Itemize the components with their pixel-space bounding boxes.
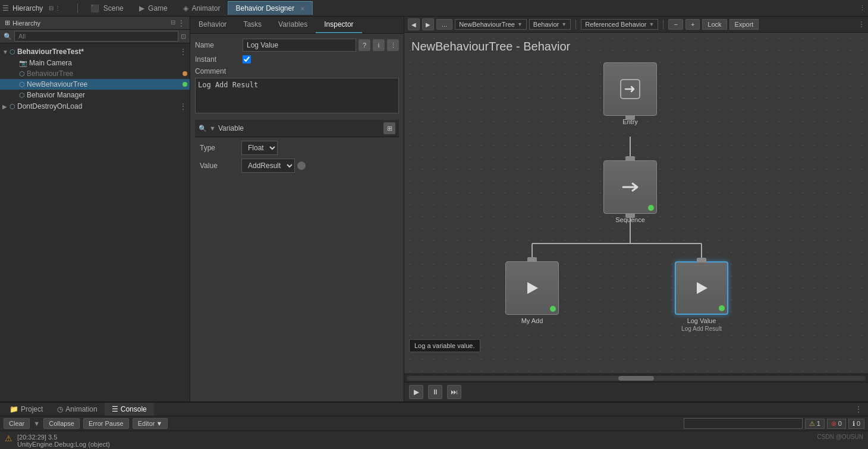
hierarchy-filter-icon[interactable]: ⊡ [181, 33, 186, 40]
instant-checkbox[interactable] [243, 55, 251, 64]
node-log-value[interactable]: Log Value Log Add Result [675, 261, 728, 332]
node-sequence-box[interactable] [603, 160, 657, 214]
bd-plus-btn[interactable]: + [685, 19, 700, 30]
hierarchy-lock-icon: ⊟ [49, 5, 54, 11]
node-entry-box[interactable] [603, 62, 657, 116]
bt-root-arrow: ▼ [2, 49, 10, 55]
name-menu-btn[interactable]: ⋮ [387, 39, 399, 51]
bm-icon: ⬡ [19, 91, 25, 99]
main-layout: ⊞ Hierarchy ⊟ ⋮ 🔍 ⊡ ▼ ⬡ BehaviourTreeTes… [0, 17, 868, 401]
node-entry[interactable]: Entry [603, 62, 657, 125]
console-log-sub: UnityEngine.Debug:Log (object) [17, 441, 110, 448]
var-type-select[interactable]: Float [241, 141, 278, 155]
game-icon: ▶ [139, 4, 144, 12]
badge-info: ℹ 0 [848, 419, 864, 429]
step-btn[interactable]: ⏭ [447, 385, 461, 399]
sequence-icon [619, 176, 641, 198]
error-pause-btn[interactable]: Error Pause [83, 418, 129, 429]
console-log-entry: [20:32:29] 3.5 UnityEngine.Debug:Log (ob… [17, 434, 110, 448]
tab-animator[interactable]: ◈ Animator [175, 1, 228, 15]
warn-count: 1 [817, 420, 820, 427]
node-my-add-box[interactable] [505, 261, 559, 315]
bt-root-dots[interactable]: ⋮ [179, 47, 187, 56]
play-btn[interactable]: ▶ [409, 385, 423, 399]
dd-dots[interactable]: ⋮ [179, 102, 187, 111]
hierarchy-panel: ⊞ Hierarchy ⊟ ⋮ 🔍 ⊡ ▼ ⬡ BehaviourTreeTes… [0, 17, 190, 401]
var-add-btn[interactable]: ⊞ [383, 122, 395, 134]
editor-btn[interactable]: Editor ▼ [133, 418, 168, 429]
bd-more-btn[interactable]: ... [436, 19, 452, 30]
bd-ref-behavior-dropdown[interactable]: Referenced Behavior ▼ [581, 19, 658, 30]
error-count: 0 [838, 420, 842, 427]
bd-toolbar: ◀ ▶ ... NewBehaviourTree ▼ Behavior ▼ Re… [404, 17, 868, 33]
hierarchy-lock-btn[interactable]: ⊟ [171, 19, 175, 27]
log-value-sublabel: Log Add Result [681, 325, 722, 332]
bd-lock-btn[interactable]: Lock [702, 19, 727, 30]
tab-game[interactable]: ▶ Game [131, 1, 175, 15]
bd-nav-right[interactable]: ▶ [422, 18, 434, 30]
clear-arrow-btn[interactable]: ▼ [33, 420, 40, 427]
dd-icon: ⬡ [10, 103, 15, 110]
console-search-input[interactable] [684, 418, 803, 429]
tab-behavior-designer[interactable]: Behavior Designer ✕ [228, 1, 312, 15]
hierarchy-icon: ☰ [2, 4, 9, 12]
tab-behavior[interactable]: Behavior [190, 17, 235, 33]
canvas-status-text: Log a variable value. [409, 339, 480, 352]
name-input[interactable] [243, 39, 356, 52]
info-count: 0 [857, 420, 860, 427]
bottom-tab-animation[interactable]: ◷ Animation [50, 403, 104, 416]
node-sequence[interactable]: Sequence [603, 160, 657, 223]
bottom-panel-dots[interactable]: ⋮ [855, 405, 862, 413]
name-question-btn[interactable]: ? [358, 39, 370, 51]
bd-nav-left[interactable]: ◀ [408, 18, 420, 30]
dd-arrow: ▶ [2, 103, 10, 110]
more-tabs-icon[interactable]: ⋮ [859, 4, 866, 12]
hierarchy-grid-icon: ⊞ [5, 19, 10, 27]
bd-minus-btn[interactable]: − [668, 19, 683, 30]
pause-btn[interactable]: ⏸ [428, 385, 442, 399]
name-info-btn[interactable]: i [373, 39, 385, 51]
animation-icon: ◷ [57, 405, 63, 413]
bd-tree-dropdown[interactable]: NewBehaviourTree ▼ [455, 19, 527, 30]
var-value-select[interactable]: AddResult [241, 159, 295, 173]
hierarchy-header: ⊞ Hierarchy ⊟ ⋮ [0, 17, 190, 30]
hierarchy-search-input[interactable] [14, 31, 178, 42]
badge-error: ⊗ 0 [827, 419, 846, 429]
hier-item-new-behaviour-tree[interactable]: ▶ ⬡ NewBehaviourTree [0, 79, 190, 90]
hier-item-behavior-manager[interactable]: ▶ ⬡ Behavior Manager [0, 90, 190, 100]
hierarchy-dots-btn[interactable]: ⋮ [178, 19, 185, 27]
tab-scene[interactable]: ⬛ Scene [83, 1, 131, 15]
bd-behavior-dropdown[interactable]: Behavior ▼ [529, 19, 571, 30]
console-warn-icon: ⚠ [5, 434, 12, 443]
scrollbar-thumb[interactable] [618, 376, 654, 381]
tab-tasks[interactable]: Tasks [235, 17, 270, 33]
my-add-top-connector [527, 257, 537, 262]
scene-icon: ⬛ [90, 4, 99, 12]
tab-variables[interactable]: Variables [270, 17, 316, 33]
console-log-main: [20:32:29] 3.5 [17, 434, 110, 441]
var-value-label: Value [200, 162, 241, 170]
hier-item-main-camera[interactable]: ▶ 📷 Main Camera [0, 58, 190, 68]
my-add-label: My Add [521, 317, 543, 324]
bottom-tab-console[interactable]: ☰ Console [105, 403, 154, 416]
bd-scrollbar[interactable] [404, 374, 868, 382]
entry-icon [619, 78, 641, 100]
clear-btn[interactable]: Clear [4, 418, 30, 429]
scrollbar-track[interactable] [407, 376, 866, 381]
bd-canvas[interactable]: NewBehaviourTree - Behavior [404, 33, 868, 374]
hier-item-bt-root[interactable]: ▼ ⬡ BehaviourTreeTest* ⋮ [0, 46, 190, 58]
tab-inspector[interactable]: Inspector [316, 17, 361, 33]
tab-separator [77, 4, 78, 13]
dd-label: DontDestroyOnLoad [17, 102, 82, 110]
bd-export-btn[interactable]: Export [729, 19, 759, 30]
bd-right-handle[interactable] [861, 21, 864, 27]
collapse-btn[interactable]: Collapse [43, 418, 80, 429]
hier-item-dont-destroy[interactable]: ▶ ⬡ DontDestroyOnLoad ⋮ [0, 100, 190, 112]
node-my-add[interactable]: My Add [505, 261, 559, 324]
tab-close-icon[interactable]: ✕ [300, 6, 305, 12]
var-value-dot-btn[interactable] [297, 162, 306, 170]
bottom-tab-project[interactable]: 📁 Project [2, 403, 50, 416]
comment-textarea[interactable]: Log Add Result [195, 78, 399, 113]
hier-item-behaviour-tree[interactable]: ▶ ⬡ BehaviourTree [0, 68, 190, 79]
node-log-value-box[interactable] [675, 261, 728, 315]
